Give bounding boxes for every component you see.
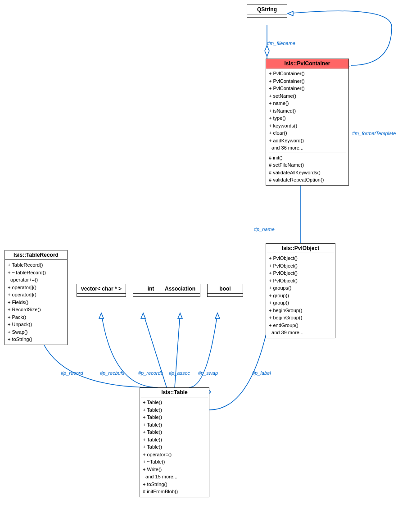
tablerecord-item-9: + Unpack() (8, 321, 64, 328)
pvlcontainer-item-8: + keywords() (269, 122, 346, 130)
label-p-recbufs: #p_recbufs (100, 370, 124, 376)
pvlobject-item-11: and 39 more... (269, 329, 332, 336)
label-p-records: #p_records (138, 370, 163, 376)
label-p-swap: #p_swap (198, 370, 218, 376)
tablerecord-item-6: + Fields() (8, 299, 64, 306)
association-class: Association (160, 284, 200, 297)
pvlobject-item-5: + groups() (269, 284, 332, 292)
pvlcontainer-item-2: + PvlContainer() (269, 77, 346, 85)
vector-header: vector< char * > (77, 284, 126, 294)
svg-line-12 (175, 313, 180, 387)
pvlcontainer-item-9: + clear() (269, 129, 346, 137)
label-p-record: #p_record (61, 370, 83, 376)
pvlobject-item-10: + endGroup() (269, 322, 332, 329)
label-p-label: #p_label (252, 370, 271, 376)
association-header: Association (160, 284, 200, 294)
bool-class: bool (207, 284, 243, 297)
svg-marker-11 (141, 313, 145, 318)
pvlobject-item-3: + PvlObject() (269, 269, 332, 277)
table-item-9: + ~Table() (143, 458, 206, 466)
svg-marker-14 (215, 313, 220, 318)
tablerecord-item-3: operator+=() (8, 276, 64, 284)
tablerecord-item-7: + RecordSize() (8, 306, 64, 314)
pvlcontainer-item-5: + name() (269, 100, 346, 107)
pvlobject-item-8: + beginGroup() (269, 307, 332, 314)
pvlobject-header: Isis::PvlObject (266, 244, 335, 253)
vector-body (77, 294, 126, 296)
pvlcontainer-item-12: # init() (269, 154, 346, 162)
tablerecord-item-11: + toString() (8, 336, 64, 343)
pvlobject-class: Isis::PvlObject + PvlObject() + PvlObjec… (266, 243, 335, 338)
svg-marker-6 (288, 11, 293, 16)
table-item-13: # initFromBlob() (143, 488, 206, 496)
table-body: + Table() + Table() + Table() + Table() … (140, 397, 209, 497)
tablerecord-item-5: + operator[]() (8, 291, 64, 299)
tablerecord-item-1: + TableRecord() (8, 261, 64, 269)
bool-header: bool (208, 284, 243, 294)
pvlcontainer-item-13: # setFileName() (269, 161, 346, 169)
pvlcontainer-item-11: and 36 more... (269, 144, 346, 152)
label-m-formattemplate: #m_formatTemplate (352, 131, 396, 136)
pvlcontainer-item-6: + isNamed() (269, 107, 346, 115)
svg-marker-13 (178, 313, 182, 318)
svg-marker-1 (265, 45, 269, 56)
tablerecord-item-2: + ~TableRecord() (8, 269, 64, 277)
pvlcontainer-item-15: # validateRepeatOption() (269, 176, 346, 184)
vector-class: vector< char * > (77, 284, 126, 297)
pvlcontainer-item-1: + PvlContainer() (269, 70, 346, 77)
tablerecord-item-10: + Swap() (8, 328, 64, 336)
pvlcontainer-item-7: + type() (269, 114, 346, 122)
pvlobject-item-1: + PvlObject() (269, 255, 332, 262)
table-item-7: + Table() (143, 443, 206, 451)
table-item-4: + Table() (143, 421, 206, 429)
table-item-11: and 15 more... (143, 473, 206, 481)
label-p-assoc: #p_assoc (169, 370, 190, 376)
svg-marker-9 (99, 313, 104, 318)
pvlobject-item-9: + beginGroup() (269, 314, 332, 322)
table-item-5: + Table() (143, 428, 206, 436)
bool-body (208, 294, 243, 296)
table-class: Isis::Table + Table() + Table() + Table(… (140, 387, 209, 497)
pvlcontainer-item-10: + addKeyword() (269, 137, 346, 145)
table-item-2: + Table() (143, 406, 206, 414)
tablerecord-item-8: + Pack() (8, 314, 64, 321)
pvlobject-item-7: + group() (269, 299, 332, 307)
table-item-1: + Table() (143, 399, 206, 406)
table-item-8: + operator=() (143, 451, 206, 459)
pvlcontainer-item-14: # validateAllKeywords() (269, 169, 346, 177)
qstring-body (247, 14, 287, 17)
tablerecord-body: + TableRecord() + ~TableRecord() operato… (5, 260, 67, 345)
table-item-12: + toString() (143, 481, 206, 488)
pvlcontainer-item-4: + setName() (269, 92, 346, 100)
tablerecord-header: Isis::TableRecord (5, 250, 67, 260)
label-m-filename: #m_filename (267, 41, 295, 46)
pvlobject-item-6: + group() (269, 292, 332, 300)
qstring-header: QString (247, 5, 287, 14)
pvlobject-item-4: + PvlObject() (269, 277, 332, 285)
table-item-6: + Table() (143, 436, 206, 444)
svg-line-10 (143, 313, 167, 387)
pvlobject-item-2: + PvlObject() (269, 262, 332, 270)
association-body (160, 294, 200, 296)
table-header: Isis::Table (140, 388, 209, 397)
table-item-10: + Write() (143, 466, 206, 473)
qstring-class: QString (247, 5, 287, 18)
tablerecord-item-4: + operator[]() (8, 284, 64, 291)
label-p-name: #p_name (254, 227, 275, 232)
pvlcontainer-body: + PvlContainer() + PvlContainer() + PvlC… (266, 68, 348, 185)
tablerecord-class: Isis::TableRecord + TableRecord() + ~Tab… (5, 250, 68, 345)
pvlcontainer-item-3: + PvlContainer() (269, 85, 346, 92)
uml-diagram: QString Isis::PvlContainer + PvlContaine… (0, 0, 407, 532)
pvlcontainer-header: Isis::PvlContainer (266, 59, 348, 68)
table-item-3: + Table() (143, 414, 206, 421)
pvlcontainer-class: Isis::PvlContainer + PvlContainer() + Pv… (266, 59, 349, 186)
pvlobject-body: + PvlObject() + PvlObject() + PvlObject(… (266, 253, 335, 338)
